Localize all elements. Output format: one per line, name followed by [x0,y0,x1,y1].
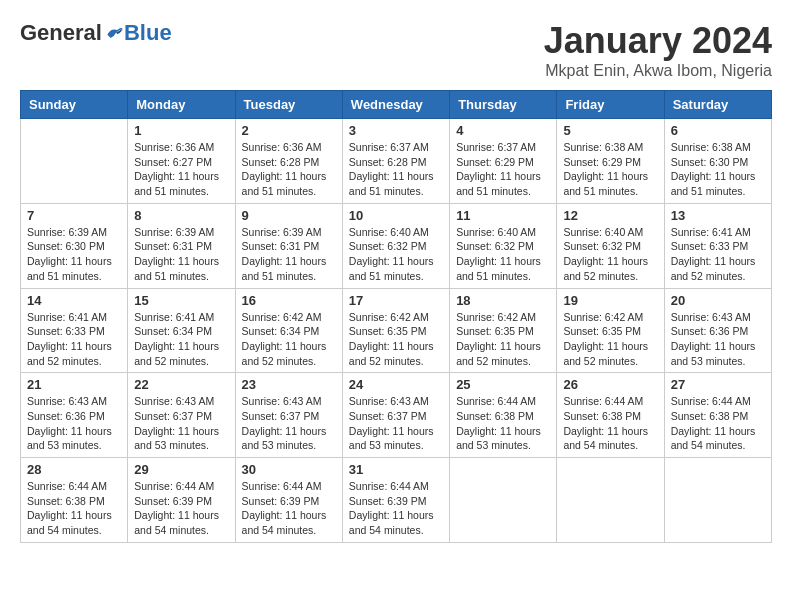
calendar-cell: 2Sunrise: 6:36 AMSunset: 6:28 PMDaylight… [235,119,342,204]
calendar-cell [21,119,128,204]
day-detail: Sunrise: 6:37 AMSunset: 6:29 PMDaylight:… [456,140,550,199]
day-number: 14 [27,293,121,308]
day-detail: Sunrise: 6:43 AMSunset: 6:37 PMDaylight:… [349,394,443,453]
day-detail: Sunrise: 6:40 AMSunset: 6:32 PMDaylight:… [456,225,550,284]
logo-bird-icon [104,23,124,43]
day-number: 6 [671,123,765,138]
day-detail: Sunrise: 6:44 AMSunset: 6:38 PMDaylight:… [456,394,550,453]
calendar-cell: 22Sunrise: 6:43 AMSunset: 6:37 PMDayligh… [128,373,235,458]
calendar-cell: 8Sunrise: 6:39 AMSunset: 6:31 PMDaylight… [128,203,235,288]
calendar-cell [450,458,557,543]
logo-blue-text: Blue [124,20,172,46]
calendar-cell [664,458,771,543]
col-header-sunday: Sunday [21,91,128,119]
calendar-cell: 26Sunrise: 6:44 AMSunset: 6:38 PMDayligh… [557,373,664,458]
calendar-cell: 14Sunrise: 6:41 AMSunset: 6:33 PMDayligh… [21,288,128,373]
calendar-cell: 16Sunrise: 6:42 AMSunset: 6:34 PMDayligh… [235,288,342,373]
day-number: 29 [134,462,228,477]
day-number: 23 [242,377,336,392]
calendar-cell: 27Sunrise: 6:44 AMSunset: 6:38 PMDayligh… [664,373,771,458]
day-number: 24 [349,377,443,392]
col-header-thursday: Thursday [450,91,557,119]
calendar-cell: 30Sunrise: 6:44 AMSunset: 6:39 PMDayligh… [235,458,342,543]
calendar-cell: 15Sunrise: 6:41 AMSunset: 6:34 PMDayligh… [128,288,235,373]
calendar-cell: 12Sunrise: 6:40 AMSunset: 6:32 PMDayligh… [557,203,664,288]
day-detail: Sunrise: 6:42 AMSunset: 6:35 PMDaylight:… [563,310,657,369]
day-number: 4 [456,123,550,138]
day-detail: Sunrise: 6:41 AMSunset: 6:34 PMDaylight:… [134,310,228,369]
week-row-4: 21Sunrise: 6:43 AMSunset: 6:36 PMDayligh… [21,373,772,458]
day-number: 3 [349,123,443,138]
day-number: 12 [563,208,657,223]
calendar-cell: 21Sunrise: 6:43 AMSunset: 6:36 PMDayligh… [21,373,128,458]
calendar-cell: 10Sunrise: 6:40 AMSunset: 6:32 PMDayligh… [342,203,449,288]
day-number: 7 [27,208,121,223]
calendar-cell: 24Sunrise: 6:43 AMSunset: 6:37 PMDayligh… [342,373,449,458]
title-section: January 2024 Mkpat Enin, Akwa Ibom, Nige… [544,20,772,80]
day-number: 22 [134,377,228,392]
day-number: 19 [563,293,657,308]
day-detail: Sunrise: 6:41 AMSunset: 6:33 PMDaylight:… [27,310,121,369]
calendar-cell: 19Sunrise: 6:42 AMSunset: 6:35 PMDayligh… [557,288,664,373]
calendar-cell: 11Sunrise: 6:40 AMSunset: 6:32 PMDayligh… [450,203,557,288]
calendar-cell: 7Sunrise: 6:39 AMSunset: 6:30 PMDaylight… [21,203,128,288]
day-number: 8 [134,208,228,223]
day-number: 25 [456,377,550,392]
col-header-monday: Monday [128,91,235,119]
calendar-cell: 25Sunrise: 6:44 AMSunset: 6:38 PMDayligh… [450,373,557,458]
calendar-cell: 6Sunrise: 6:38 AMSunset: 6:30 PMDaylight… [664,119,771,204]
day-number: 9 [242,208,336,223]
day-detail: Sunrise: 6:43 AMSunset: 6:36 PMDaylight:… [27,394,121,453]
day-number: 16 [242,293,336,308]
calendar-table: SundayMondayTuesdayWednesdayThursdayFrid… [20,90,772,543]
day-detail: Sunrise: 6:39 AMSunset: 6:31 PMDaylight:… [134,225,228,284]
day-number: 17 [349,293,443,308]
day-detail: Sunrise: 6:40 AMSunset: 6:32 PMDaylight:… [349,225,443,284]
day-detail: Sunrise: 6:39 AMSunset: 6:31 PMDaylight:… [242,225,336,284]
logo-general-text: General [20,20,102,46]
day-detail: Sunrise: 6:42 AMSunset: 6:35 PMDaylight:… [456,310,550,369]
logo: General Blue [20,20,172,46]
day-detail: Sunrise: 6:41 AMSunset: 6:33 PMDaylight:… [671,225,765,284]
day-detail: Sunrise: 6:44 AMSunset: 6:38 PMDaylight:… [27,479,121,538]
day-number: 11 [456,208,550,223]
day-detail: Sunrise: 6:44 AMSunset: 6:39 PMDaylight:… [349,479,443,538]
week-row-2: 7Sunrise: 6:39 AMSunset: 6:30 PMDaylight… [21,203,772,288]
day-number: 5 [563,123,657,138]
day-detail: Sunrise: 6:39 AMSunset: 6:30 PMDaylight:… [27,225,121,284]
calendar-cell: 1Sunrise: 6:36 AMSunset: 6:27 PMDaylight… [128,119,235,204]
calendar-cell: 3Sunrise: 6:37 AMSunset: 6:28 PMDaylight… [342,119,449,204]
calendar-cell: 4Sunrise: 6:37 AMSunset: 6:29 PMDaylight… [450,119,557,204]
location-text: Mkpat Enin, Akwa Ibom, Nigeria [544,62,772,80]
calendar-cell: 29Sunrise: 6:44 AMSunset: 6:39 PMDayligh… [128,458,235,543]
col-header-wednesday: Wednesday [342,91,449,119]
calendar-cell: 17Sunrise: 6:42 AMSunset: 6:35 PMDayligh… [342,288,449,373]
calendar-cell: 31Sunrise: 6:44 AMSunset: 6:39 PMDayligh… [342,458,449,543]
day-detail: Sunrise: 6:43 AMSunset: 6:36 PMDaylight:… [671,310,765,369]
week-row-5: 28Sunrise: 6:44 AMSunset: 6:38 PMDayligh… [21,458,772,543]
day-detail: Sunrise: 6:36 AMSunset: 6:28 PMDaylight:… [242,140,336,199]
header-row: SundayMondayTuesdayWednesdayThursdayFrid… [21,91,772,119]
day-number: 2 [242,123,336,138]
calendar-cell: 20Sunrise: 6:43 AMSunset: 6:36 PMDayligh… [664,288,771,373]
day-detail: Sunrise: 6:37 AMSunset: 6:28 PMDaylight:… [349,140,443,199]
day-detail: Sunrise: 6:42 AMSunset: 6:35 PMDaylight:… [349,310,443,369]
week-row-1: 1Sunrise: 6:36 AMSunset: 6:27 PMDaylight… [21,119,772,204]
day-detail: Sunrise: 6:44 AMSunset: 6:38 PMDaylight:… [671,394,765,453]
day-number: 15 [134,293,228,308]
col-header-tuesday: Tuesday [235,91,342,119]
day-detail: Sunrise: 6:38 AMSunset: 6:29 PMDaylight:… [563,140,657,199]
day-number: 30 [242,462,336,477]
day-number: 13 [671,208,765,223]
day-number: 21 [27,377,121,392]
day-number: 18 [456,293,550,308]
day-detail: Sunrise: 6:40 AMSunset: 6:32 PMDaylight:… [563,225,657,284]
calendar-cell: 5Sunrise: 6:38 AMSunset: 6:29 PMDaylight… [557,119,664,204]
calendar-cell: 23Sunrise: 6:43 AMSunset: 6:37 PMDayligh… [235,373,342,458]
day-detail: Sunrise: 6:36 AMSunset: 6:27 PMDaylight:… [134,140,228,199]
day-number: 26 [563,377,657,392]
day-detail: Sunrise: 6:42 AMSunset: 6:34 PMDaylight:… [242,310,336,369]
day-number: 28 [27,462,121,477]
page-header: General Blue January 2024 Mkpat Enin, Ak… [20,20,772,80]
day-detail: Sunrise: 6:43 AMSunset: 6:37 PMDaylight:… [242,394,336,453]
